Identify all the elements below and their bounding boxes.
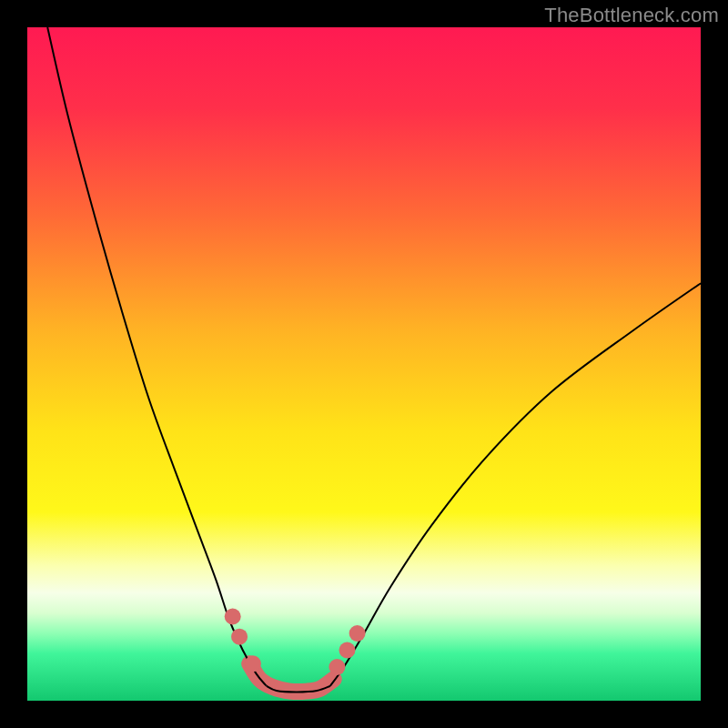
valley-band [249, 663, 334, 692]
highlight-dot [339, 642, 356, 659]
highlight-dot [245, 655, 261, 672]
highlight-dot [349, 625, 366, 642]
plot-area [27, 27, 701, 701]
highlight-dot [231, 629, 248, 645]
highlight-dot [225, 609, 241, 625]
watermark-text: TheBottleneck.com [544, 4, 719, 27]
chart-svg [27, 27, 701, 701]
series-left-curve [47, 27, 267, 686]
highlight-dot [329, 659, 345, 675]
series-right-curve [330, 283, 701, 686]
chart-frame: TheBottleneck.com [0, 0, 728, 728]
